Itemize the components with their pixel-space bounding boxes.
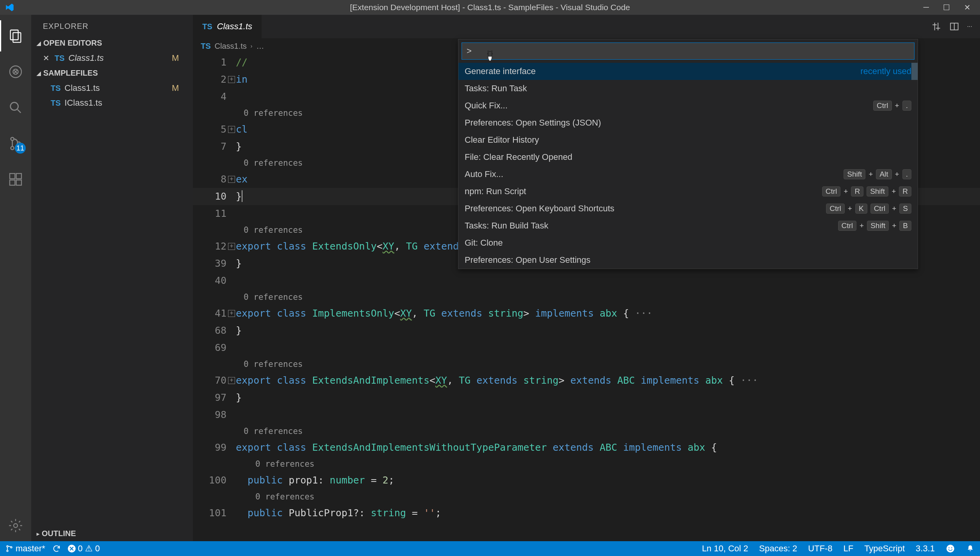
folder-header[interactable]: ◢ SAMPLEFILES [31,66,193,81]
status-branch[interactable]: master* [5,544,45,554]
fold-icon[interactable]: + [228,310,235,317]
editor-line[interactable]: 70+export class ExtendsAndImplements<XY,… [193,372,980,389]
palette-item[interactable]: File: Clear Recently Opened [458,149,918,166]
app-logo-icon [5,2,15,12]
palette-item[interactable]: Clear Editor History [458,131,918,149]
palette-label: Preferences: Open Settings (JSON) [465,118,601,128]
editor-line[interactable]: 98 [193,406,980,423]
svg-rect-0 [11,30,18,40]
fold-icon[interactable]: + [228,126,235,133]
activity-search[interactable] [0,92,31,123]
activity-extensions[interactable] [0,164,31,195]
palette-label: Git: Clone [465,238,503,248]
palette-item[interactable]: Preferences: Open Keyboard Shortcuts Ctr… [458,200,918,217]
more-icon[interactable]: ··· [967,23,972,30]
status-encoding[interactable]: UTF-8 [808,544,832,554]
compare-icon[interactable] [931,21,941,32]
close-icon[interactable]: ✕ [43,53,51,63]
code-content: // [236,54,248,71]
editor-line[interactable]: 97} [193,389,980,406]
chevron-right-icon: › [251,43,253,49]
palette-item[interactable]: Preferences: Open Settings (JSON) [458,114,918,131]
open-editor-item[interactable]: ✕ TS Class1.ts M [31,51,193,66]
line-number: 39 [193,255,236,272]
svg-point-17 [946,545,954,552]
title-bar: [Extension Development Host] - Class1.ts… [0,0,980,15]
fold-icon[interactable]: + [228,377,235,384]
typescript-icon: TS [51,84,61,93]
fold-icon[interactable]: + [228,76,235,83]
line-number: 40 [193,272,236,289]
code-content: } [236,322,242,339]
fold-icon[interactable]: + [228,243,235,250]
editor-line[interactable]: 101 public PublicProp1?: string = ''; [193,505,980,522]
status-spaces[interactable]: Spaces: 2 [759,544,797,554]
open-editors-label: OPEN EDITORS [43,39,102,48]
tab-label: Class1.ts [217,21,252,32]
tab-bar: TS Class1.ts ··· [193,15,980,38]
palette-item[interactable]: Tasks: Run Build Task Ctrl+Shift+B [458,217,918,234]
palette-item[interactable]: npm: Run Script Ctrl+R Shift+R [458,183,918,200]
activity-explorer[interactable] [0,20,31,51]
outline-header[interactable]: ▸ OUTLINE [31,526,193,541]
status-eol[interactable]: LF [843,544,853,554]
palette-item[interactable]: Preferences: Open User Settings [458,251,918,269]
activity-settings[interactable] [0,510,31,541]
palette-scrollbar[interactable] [911,63,918,80]
tab-class1[interactable]: TS Class1.ts [193,15,262,38]
close-button[interactable]: ✕ [964,3,971,12]
codelens[interactable]: 0 references [193,423,980,439]
codelens[interactable]: 0 references [193,356,980,372]
status-bar: master* ✕ 0 ⚠ 0 Ln 10, Col 2 Spaces: 2 U… [0,541,980,556]
codelens[interactable]: 0 references [193,489,980,505]
palette-item[interactable]: Git: Clone [458,234,918,251]
svg-rect-1 [13,33,21,42]
status-ln-col[interactable]: Ln 10, Col 2 [702,544,748,554]
editor-line[interactable]: 40 [193,272,980,289]
keycap: Alt [876,169,892,179]
palette-item[interactable]: Auto Fix... Shift+Alt+. [458,166,918,183]
command-input[interactable] [462,42,915,60]
palette-item[interactable]: Generate interface recently used [458,63,918,80]
palette-item[interactable]: Tasks: Run Task [458,80,918,97]
status-problems[interactable]: ✕ 0 ⚠ 0 [68,544,100,554]
maximize-button[interactable]: ☐ [943,3,950,12]
palette-item[interactable]: Quick Fix... Ctrl+. [458,97,918,114]
editor-line[interactable]: 41+export class ImplementsOnly<XY, TG ex… [193,305,980,322]
status-feedback[interactable] [946,544,955,553]
line-number: 12+ [193,238,236,255]
open-editors-header[interactable]: ◢ OPEN EDITORS [31,35,193,51]
split-editor-icon[interactable] [949,21,959,32]
palette-label: Preferences: Open User Settings [465,255,591,265]
typescript-icon: TS [55,54,65,63]
editor-line[interactable]: 69 [193,339,980,356]
activity-scm[interactable]: 11 [0,128,31,159]
file-item[interactable]: TS IClass1.ts [31,96,193,110]
status-sync[interactable] [52,544,61,553]
line-number: 69 [193,339,236,356]
editor-line[interactable]: 68} [193,322,980,339]
keycap: R [851,186,863,197]
sidebar-title: EXPLORER [31,15,193,35]
code-content: } [236,188,242,205]
fold-icon[interactable]: + [228,176,235,183]
editor-line[interactable]: 100 public prop1: number = 2; [193,472,980,489]
palette-hint: recently used [860,66,911,76]
codelens[interactable]: 0 references [193,289,980,305]
status-ts-version[interactable]: 3.3.1 [916,544,935,554]
status-language[interactable]: TypeScript [864,544,905,554]
editor-line[interactable]: 99export class ExtendsAndImplementsWitho… [193,439,980,456]
line-number: 100 [193,472,236,489]
file-item[interactable]: TS Class1.ts M [31,81,193,96]
status-bell[interactable] [966,544,975,553]
codelens[interactable]: 0 references [193,456,980,472]
warning-icon: ⚠ [85,544,93,554]
palette-label: Tasks: Run Task [465,83,527,94]
scm-status: M [172,53,179,63]
minimize-button[interactable]: ─ [923,3,929,12]
folder-label: SAMPLEFILES [43,69,98,78]
svg-point-14 [7,545,8,547]
palette-label: Generate interface [465,66,536,76]
activity-debug[interactable] [0,56,31,87]
code-content: public prop1: number = 2; [236,472,394,489]
